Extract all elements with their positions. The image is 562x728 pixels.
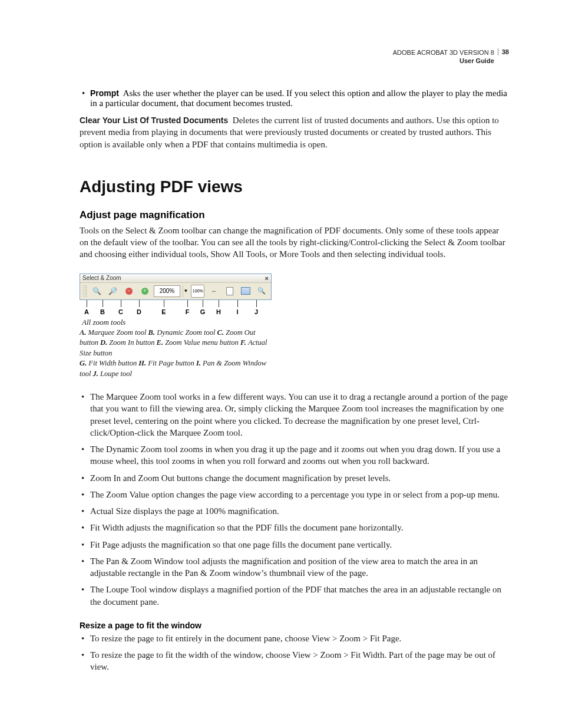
callout-letter: F [180,307,195,315]
grip-handle[interactable] [82,285,87,297]
zoom-in-button[interactable]: + [138,285,151,298]
zoom-in-icon: + [141,288,148,295]
list-item: The Zoom Value option changes the page v… [80,489,509,500]
callout-tick [219,300,219,307]
list-item: The Dynamic Zoom tool zooms in when you … [80,443,509,467]
legend-text: Zoom Value menu button [165,338,240,347]
callout-tick [121,300,121,307]
page-number: 38 [498,48,509,55]
list-item: To resize the page to fit the width of t… [80,649,509,673]
callout: A [80,300,94,315]
fit-page-icon [226,287,233,295]
callout-letter: G [195,307,210,315]
subsection-title: Adjust page magnification [80,209,509,221]
section-title: Adjusting PDF views [80,177,509,196]
callout: F [180,300,195,315]
callout-row: ABCDEFGHIJ [80,300,272,315]
callout: B [94,300,111,315]
legend-key: D. [100,338,109,347]
legend-key: C. [217,328,226,337]
list-item: Fit Page adjusts the magnification so th… [80,539,509,551]
legend-key: I. [196,359,203,367]
dynamic-zoom-button[interactable]: 🔎 [106,285,120,298]
fit-page-button[interactable] [223,285,237,298]
legend-key: A. [80,328,88,337]
marquee-zoom-icon: 🔍 [92,287,101,295]
prompt-text: Asks the user whether the player can be … [90,88,507,108]
doc-type: User Guide [393,57,494,65]
resize-list: To resize the page to fit entirely in th… [80,633,509,673]
callout-letter: D [130,307,148,315]
legend-text: Marquee Zoom tool [88,328,148,337]
toolbar-window: Select & Zoom × 🔍 🔎 − + 200% ▼ 100% ↔ 🔍 [80,274,272,300]
list-item: The Pan & Zoom Window tool adjusts the m… [80,555,509,579]
toolbar-title-text: Select & Zoom [82,275,121,281]
legend-key: G. [80,359,88,367]
legend-key: E. [157,338,166,347]
figure-caption: All zoom tools [82,318,272,327]
figure-legend: A. Marquee Zoom tool B. Dynamic Zoom too… [80,328,272,380]
list-item: The Loupe Tool window displays a magnifi… [80,584,509,608]
callout-tick [164,300,164,307]
zoom-out-icon: − [125,288,133,295]
callout-letter: A [80,307,94,315]
subsection-intro: Tools on the Select & Zoom toolbar can c… [80,225,509,261]
legend-key: J. [93,370,101,378]
clear-paragraph: Clear Your List Of Trusted Documents Del… [80,114,509,150]
toolbar-row: 🔍 🔎 − + 200% ▼ 100% ↔ 🔍 [80,283,271,299]
dynamic-zoom-icon: 🔎 [108,287,117,295]
pan-zoom-window-button[interactable] [239,285,253,298]
loupe-button[interactable]: 🔍 [255,285,269,298]
list-item: Actual Size displays the page at 100% ma… [80,505,509,517]
legend-text: Zoom In button [109,338,156,347]
callout-letter: E [148,307,180,315]
zoom-value-dropdown[interactable]: ▼ [183,285,189,297]
callout-letter: H [210,307,227,315]
zoom-value-field[interactable]: 200% [154,285,180,297]
page: ADOBE ACROBAT 3D VERSION 8 User Guide 38… [0,0,562,728]
callout-tick [237,300,238,307]
callout: H [210,300,227,315]
callout: C [111,300,130,315]
actual-size-button[interactable]: 100% [191,285,204,298]
callout: D [130,300,148,315]
header-text: ADOBE ACROBAT 3D VERSION 8 User Guide [393,48,498,65]
marquee-zoom-button[interactable]: 🔍 [90,285,104,298]
callout: I [227,300,248,315]
prompt-item: Prompt Asks the user whether the player … [80,88,509,108]
callout-letter: I [227,307,248,315]
legend-key: B. [148,328,157,337]
legend-key: F. [240,338,248,347]
callout-tick [203,300,203,307]
list-item: Fit Width adjusts the magnification so t… [80,522,509,533]
legend-text: Loupe tool [100,370,132,378]
legend-text: Fit Page button [148,359,196,367]
prompt-label: Prompt [90,88,119,98]
pan-zoom-icon [241,287,250,295]
page-header: ADOBE ACROBAT 3D VERSION 8 User Guide 38 [393,48,509,65]
loupe-icon: 🔍 [257,287,266,295]
callout-tick [187,300,188,307]
callout-letter: B [94,307,111,315]
product-name: ADOBE ACROBAT 3D VERSION 8 [393,48,494,57]
fit-width-button[interactable]: ↔ [207,285,220,298]
legend-text: Fit Width button [88,359,138,367]
legend-text: Dynamic Zoom tool [157,328,217,337]
callout-letter: J [248,307,265,315]
list-item: Zoom In and Zoom Out buttons change the … [80,472,509,484]
legend-key: H. [138,359,148,367]
callout-tick [87,300,87,307]
callout: J [248,300,265,315]
callout: E [148,300,180,315]
zoom-out-button[interactable]: − [122,285,135,298]
callout-tick [103,300,103,307]
list-item: To resize the page to fit entirely in th… [80,633,509,644]
toolbar-figure: Select & Zoom × 🔍 🔎 − + 200% ▼ 100% ↔ 🔍 [80,274,272,380]
feature-list: The Marquee Zoom tool works in a few dif… [80,391,509,608]
content: Prompt Asks the user whether the player … [80,88,509,673]
fit-width-icon: ↔ [211,288,216,294]
close-icon[interactable]: × [264,275,270,282]
callout-tick [139,300,140,307]
callout-letter: C [111,307,130,315]
callout-tick [256,300,257,307]
